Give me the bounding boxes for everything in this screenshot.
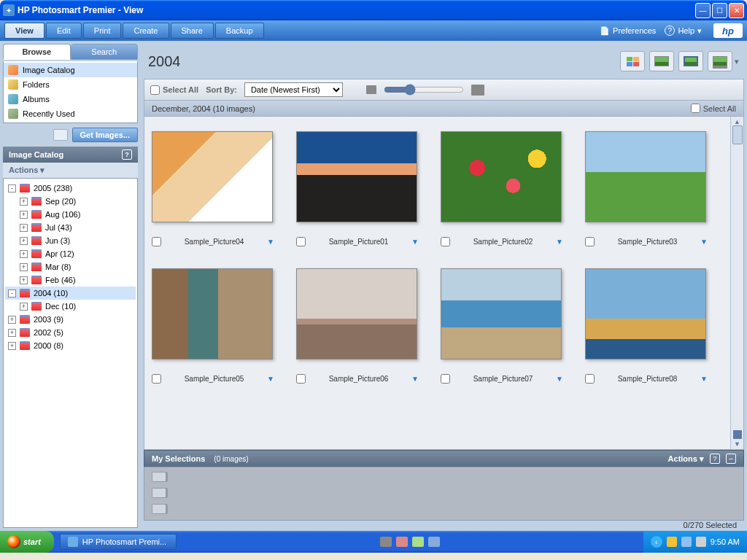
panel-help-icon[interactable]: ? (122, 149, 132, 160)
tree-toggle-icon[interactable]: + (8, 342, 16, 350)
tree-node[interactable]: +Apr (12) (5, 247, 136, 260)
tree-toggle-icon[interactable]: + (20, 263, 28, 271)
tray-network-icon[interactable] (681, 537, 692, 547)
thumbnail-image[interactable] (152, 268, 273, 359)
tree-node[interactable]: -2005 (238) (5, 182, 136, 195)
tree-node[interactable]: +2003 (9) (5, 313, 136, 326)
thumbnail-menu-icon[interactable]: ▼ (556, 238, 563, 246)
selections-help-icon[interactable]: ? (710, 454, 720, 464)
tab-browse[interactable]: Browse (3, 44, 71, 60)
tree-node[interactable]: +Dec (10) (5, 300, 136, 313)
thumbnail-checkbox[interactable] (441, 374, 450, 384)
preferences-link[interactable]: 📄 Preferences (600, 26, 656, 36)
scrollbar-thumb[interactable] (732, 125, 743, 144)
maximize-button[interactable]: ☐ (712, 3, 727, 18)
view-mode-slideshow-icon[interactable]: ▾ (708, 51, 732, 71)
thumbnail-menu-icon[interactable]: ▼ (267, 238, 274, 246)
menu-backup[interactable]: Backup (215, 23, 264, 39)
thumbnail-image[interactable] (585, 268, 706, 359)
selections-actions-dropdown[interactable]: Actions ▾ (668, 454, 704, 464)
sidebar-item-image-catalog[interactable]: Image Catalog (4, 63, 137, 77)
ql-icon-4[interactable] (428, 537, 440, 547)
tree-node[interactable]: +Mar (8) (5, 260, 136, 273)
menu-view[interactable]: View (4, 23, 44, 39)
selection-tool-3-icon[interactable] (152, 504, 166, 514)
tree-toggle-icon[interactable]: + (20, 237, 28, 245)
select-all-toolbar[interactable]: Select All (150, 85, 198, 95)
thumbnail-image[interactable] (296, 268, 417, 359)
thumbnail-checkbox[interactable] (152, 237, 161, 246)
tree-toggle-icon[interactable]: + (20, 198, 28, 206)
tree-toggle-icon[interactable]: + (20, 211, 28, 219)
thumbnail-checkbox[interactable] (441, 237, 450, 246)
thumbnail-checkbox[interactable] (585, 374, 595, 384)
selections-collapse-icon[interactable]: − (726, 454, 736, 464)
menu-edit[interactable]: Edit (46, 23, 82, 39)
clock[interactable]: 9:50 AM (711, 537, 740, 546)
tree-node[interactable]: +Sep (20) (5, 195, 136, 208)
scrollbar[interactable]: ▲ ▼ (730, 117, 743, 449)
tree-toggle-icon[interactable]: + (8, 329, 16, 337)
thumb-small-icon[interactable] (366, 85, 376, 94)
tree-toggle-icon[interactable]: - (8, 184, 16, 192)
thumbnail-checkbox[interactable] (585, 237, 595, 246)
selection-tool-2-icon[interactable] (152, 488, 166, 498)
thumbnail-menu-icon[interactable]: ▼ (411, 375, 419, 383)
minimize-button[interactable]: — (695, 3, 711, 18)
select-all-checkbox[interactable] (150, 85, 160, 95)
actions-dropdown[interactable]: Actions ▾ (3, 163, 138, 178)
tree-toggle-icon[interactable]: + (20, 250, 28, 258)
thumbnail-image[interactable] (585, 131, 706, 222)
thumbnail-checkbox[interactable] (152, 374, 161, 384)
tree-node[interactable]: +Aug (106) (5, 208, 136, 221)
tree-node[interactable]: +Jun (3) (5, 234, 136, 247)
tree-toggle-icon[interactable]: + (8, 316, 16, 324)
camera-icon[interactable] (53, 129, 68, 141)
view-mode-fullscreen-icon[interactable] (678, 51, 703, 71)
thumbnail-menu-icon[interactable]: ▼ (411, 238, 419, 246)
ql-icon-2[interactable] (396, 537, 408, 547)
tree-node[interactable]: -2004 (10) (5, 287, 136, 300)
thumbnail-image[interactable] (152, 131, 273, 222)
sidebar-item-albums[interactable]: Albums (4, 92, 137, 106)
view-mode-grid-icon[interactable] (620, 51, 645, 71)
group-select-all-checkbox[interactable] (691, 104, 700, 113)
tree-node[interactable]: +Jul (43) (5, 221, 136, 234)
tray-shield-icon[interactable] (667, 537, 677, 547)
thumbnail-image[interactable] (296, 131, 417, 222)
thumbnail-checkbox[interactable] (296, 374, 306, 384)
tree-toggle-icon[interactable]: + (20, 224, 28, 232)
thumbnail-checkbox[interactable] (296, 237, 306, 246)
menu-share[interactable]: Share (171, 23, 214, 39)
close-button[interactable]: ✕ (729, 3, 744, 18)
tree-node[interactable]: +2000 (8) (5, 339, 136, 352)
tree-toggle-icon[interactable]: - (8, 289, 16, 298)
thumb-large-icon[interactable] (471, 85, 484, 96)
scroll-up-icon[interactable]: ▲ (734, 118, 740, 125)
thumbnail-image[interactable] (441, 131, 562, 222)
thumbnail-menu-icon[interactable]: ▼ (700, 238, 708, 246)
menu-create[interactable]: Create (123, 23, 169, 39)
get-images-button[interactable]: Get Images... (72, 128, 138, 142)
tree-toggle-icon[interactable]: + (20, 276, 28, 284)
thumbnail-image[interactable] (441, 268, 562, 359)
tray-hide-icon[interactable]: ‹ (651, 536, 662, 548)
start-button[interactable]: start (0, 531, 54, 553)
thumbnail-menu-icon[interactable]: ▼ (556, 375, 563, 383)
ql-icon-3[interactable] (412, 537, 424, 547)
thumbnail-size-slider[interactable] (384, 84, 464, 96)
sidebar-item-folders[interactable]: Folders (4, 77, 137, 92)
taskbar-app-button[interactable]: HP Photosmart Premi... (60, 534, 177, 550)
tab-search[interactable]: Search (71, 44, 139, 60)
thumbnail-menu-icon[interactable]: ▼ (700, 375, 708, 383)
selection-tool-1-icon[interactable] (152, 472, 166, 482)
view-mode-single-icon[interactable] (649, 51, 674, 71)
help-link[interactable]: ? Help ▾ (665, 26, 702, 36)
tree-node[interactable]: +2002 (5) (5, 326, 136, 339)
scroll-down-icon[interactable]: ▼ (734, 440, 740, 448)
tray-volume-icon[interactable] (696, 537, 706, 547)
sort-by-select[interactable]: Date (Newest First) (244, 82, 343, 97)
menu-print[interactable]: Print (83, 23, 122, 39)
chevron-down-icon[interactable]: ▾ (735, 57, 739, 66)
tree-node[interactable]: +Feb (46) (5, 273, 136, 287)
